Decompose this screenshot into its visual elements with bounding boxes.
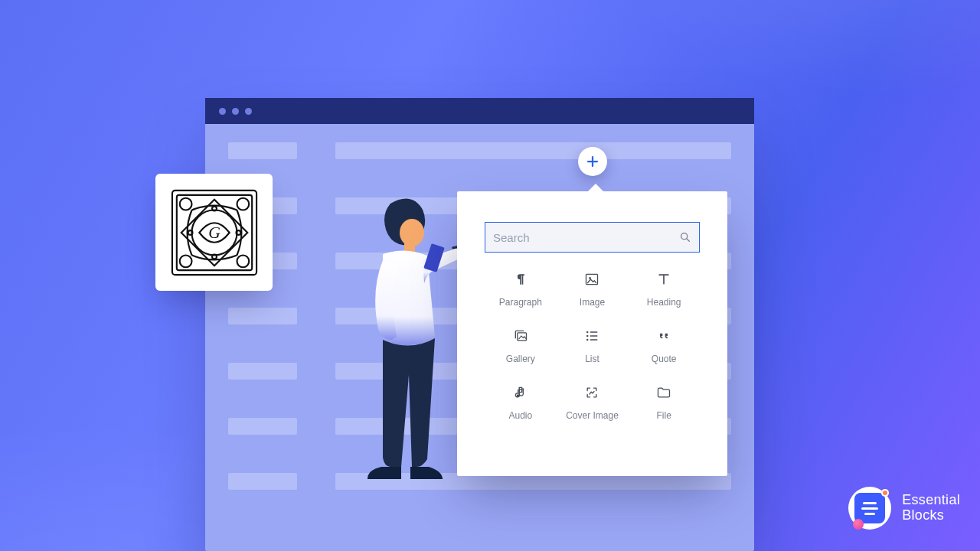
window-dot <box>219 108 226 115</box>
paragraph-icon <box>512 271 529 288</box>
block-list[interactable]: List <box>557 328 629 364</box>
block-heading[interactable]: Heading <box>628 271 700 308</box>
block-gallery[interactable]: Gallery <box>485 328 557 364</box>
svg-point-20 <box>586 331 589 334</box>
block-image[interactable]: Image <box>557 271 629 308</box>
block-label: Cover Image <box>566 410 619 421</box>
svg-point-5 <box>179 255 191 267</box>
svg-point-22 <box>586 339 589 341</box>
block-label: File <box>656 410 671 421</box>
svg-text:G: G <box>208 223 220 241</box>
block-paragraph[interactable]: Paragraph <box>485 271 557 308</box>
search-icon <box>679 231 691 243</box>
block-audio[interactable]: Audio <box>485 384 557 421</box>
audio-icon <box>512 384 529 401</box>
svg-point-10 <box>236 230 240 235</box>
block-quote[interactable]: Quote <box>628 328 700 364</box>
block-label: Quote <box>652 354 677 364</box>
svg-point-16 <box>681 233 688 240</box>
svg-point-21 <box>586 335 589 337</box>
image-icon <box>583 271 600 288</box>
window-dot <box>232 108 239 115</box>
essential-blocks-logo-icon <box>848 487 891 530</box>
svg-point-23 <box>516 394 519 397</box>
add-block-button[interactable] <box>578 147 607 176</box>
block-cover-image[interactable]: Cover Image <box>557 384 629 421</box>
gutenberg-logo-card: G <box>155 174 273 291</box>
file-icon <box>655 384 672 401</box>
cover-image-icon <box>583 384 600 401</box>
list-icon <box>583 328 600 344</box>
titlebar <box>205 98 754 124</box>
svg-point-6 <box>237 255 249 267</box>
block-grid: Paragraph Image Heading Gallery List <box>485 271 700 421</box>
essential-blocks-label: Essential Blocks <box>902 493 960 523</box>
svg-point-7 <box>212 206 217 210</box>
block-file[interactable]: File <box>628 384 700 421</box>
block-label: Audio <box>508 410 532 421</box>
window-dot <box>245 108 252 115</box>
block-label: Image <box>580 297 605 308</box>
heading-icon <box>655 271 672 288</box>
search-field-wrapper <box>485 222 700 253</box>
gallery-icon <box>512 328 529 344</box>
essential-blocks-badge: Essential Blocks <box>848 487 960 530</box>
svg-point-4 <box>237 197 249 210</box>
block-label: List <box>585 354 599 364</box>
search-input[interactable] <box>493 231 679 244</box>
svg-point-8 <box>212 254 217 259</box>
quote-icon <box>655 328 672 344</box>
brand-line2: Blocks <box>902 508 960 523</box>
block-label: Gallery <box>506 354 535 364</box>
block-inserter-popover: Paragraph Image Heading Gallery List <box>457 191 727 476</box>
block-label: Paragraph <box>499 297 542 308</box>
brand-line1: Essential <box>902 493 960 508</box>
svg-point-3 <box>179 197 191 210</box>
plus-icon <box>586 155 599 168</box>
gutenberg-logo-icon: G <box>169 187 260 278</box>
block-label: Heading <box>647 297 681 308</box>
svg-point-9 <box>188 230 192 235</box>
